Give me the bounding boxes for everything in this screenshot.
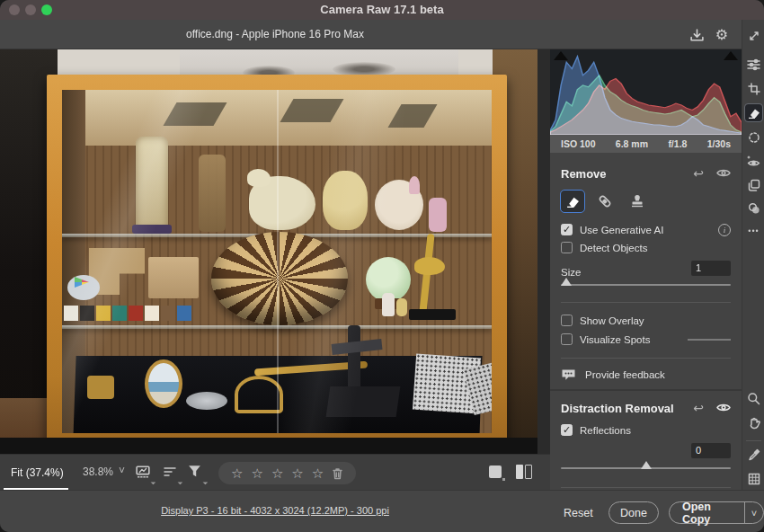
exif-bar: ISO 100 6.8 mm f/1.8 1/30s <box>550 135 742 153</box>
star-icon[interactable]: ☆ <box>312 466 324 480</box>
open-copy-button[interactable]: Open Copy ˅ <box>669 501 764 524</box>
show-overlay-row[interactable]: ✓ Show Overlay <box>561 315 731 326</box>
color-sampler-icon[interactable] <box>745 446 762 463</box>
tool-strip: ••• <box>742 20 764 490</box>
section-divider <box>550 389 742 391</box>
panel-body: Remove ↩ ✓ <box>550 153 742 490</box>
heal-tool-button[interactable] <box>593 191 617 212</box>
expand-icon[interactable] <box>745 27 762 44</box>
reset-button[interactable]: Reset <box>556 503 600 523</box>
visualize-spots-checkbox[interactable]: ✓ <box>561 333 573 345</box>
size-label: Size <box>561 267 581 278</box>
snapshots-icon[interactable] <box>745 200 762 217</box>
remove-feedback-label: Provide feedback <box>585 369 665 380</box>
single-view-icon[interactable] <box>489 466 502 478</box>
show-overlay-checkbox[interactable]: ✓ <box>561 315 573 326</box>
preview-eye-icon[interactable] <box>716 400 731 416</box>
detect-objects-checkbox[interactable]: ✓ <box>561 242 573 253</box>
crop-icon[interactable] <box>745 80 762 97</box>
rating-pill: ☆☆☆☆☆ <box>218 462 356 484</box>
star-rating: ☆☆☆☆☆ <box>231 466 324 480</box>
star-icon[interactable]: ☆ <box>251 466 262 480</box>
remove-feedback-button[interactable]: Provide feedback <box>561 368 731 381</box>
edit-panel: ISO 100 6.8 mm f/1.8 1/30s Remove ↩ <box>550 49 742 490</box>
size-row: Size 1 <box>561 263 731 279</box>
shutter-value: 1/30s <box>707 138 731 149</box>
fit-zoom-tab[interactable]: Fit (37.4%) <box>4 455 71 490</box>
trash-icon[interactable] <box>332 467 343 480</box>
before-after-icon[interactable] <box>516 465 532 479</box>
info-icon[interactable]: i <box>718 224 731 236</box>
detect-objects-row[interactable]: ✓ Detect Objects <box>561 242 731 253</box>
gear-icon[interactable]: ⚙ <box>713 26 731 44</box>
toolstrip-divider <box>746 440 761 441</box>
cabinet-interior <box>62 90 492 433</box>
filter-icon[interactable] <box>187 464 205 482</box>
hand-tool-icon[interactable] <box>745 415 762 432</box>
divider <box>561 358 731 359</box>
reflections-slider-thumb[interactable] <box>641 461 652 469</box>
more-options-icon[interactable]: ••• <box>745 222 762 239</box>
undo-icon[interactable]: ↩ <box>693 168 704 179</box>
open-copy-label: Open Copy <box>670 501 744 526</box>
camera-raw-window: Camera Raw 17.1 beta office.dng - Apple … <box>0 0 764 532</box>
use-generative-ai-label: Use Generative AI <box>580 225 663 235</box>
done-button[interactable]: Done <box>609 501 659 524</box>
size-slider-thumb[interactable] <box>561 278 572 286</box>
visualize-spots-slider[interactable] <box>688 339 731 341</box>
presets-icon[interactable] <box>745 176 762 193</box>
use-generative-ai-checkbox[interactable]: ✓ <box>561 224 573 235</box>
red-eye-icon[interactable] <box>745 153 762 170</box>
size-slider-track[interactable] <box>561 284 731 286</box>
photo-preview[interactable] <box>0 49 537 454</box>
film-bar: Fit (37.4%) 38.8% ˅ ☆☆☆☆☆ <box>0 454 550 490</box>
use-generative-ai-row[interactable]: ✓ Use Generative AI i <box>561 224 731 235</box>
star-icon[interactable]: ☆ <box>271 466 283 480</box>
zoom-level[interactable]: 38.8% <box>83 466 113 478</box>
remove-header: Remove ↩ <box>561 165 731 182</box>
reflections-slider <box>561 462 731 473</box>
undo-icon[interactable]: ↩ <box>693 403 704 413</box>
remove-title: Remove <box>561 167 607 181</box>
shadow-clipping-toggle[interactable] <box>554 51 568 60</box>
clone-stamp-tool-button[interactable] <box>626 191 649 212</box>
grid-icon[interactable] <box>745 470 762 487</box>
size-value-input[interactable]: 1 <box>691 261 731 276</box>
reflections-value-input[interactable]: 0 <box>691 443 731 458</box>
zoom-chevron-icon[interactable]: ˅ <box>119 465 125 477</box>
masking-icon[interactable] <box>745 129 762 146</box>
edit-sliders-icon[interactable] <box>745 56 762 73</box>
bottom-bar: Display P3 - 16 bit - 4032 x 3024 (12.2M… <box>0 490 764 532</box>
distraction-header: Distraction Removal ↩ <box>561 400 731 416</box>
star-icon[interactable]: ☆ <box>231 466 243 480</box>
distraction-title: Distraction Removal <box>561 402 674 415</box>
eraser-tool-button[interactable] <box>561 191 584 212</box>
divider <box>561 302 731 303</box>
size-slider <box>561 279 731 289</box>
aperture-value: f/1.8 <box>668 138 687 149</box>
glass-reflection-2 <box>170 90 492 433</box>
panel-gap <box>537 49 550 454</box>
zoom-tool-icon[interactable] <box>745 390 762 407</box>
photo-bottom-shadow <box>0 438 537 454</box>
reflections-row[interactable]: ✓ Reflections <box>561 424 731 436</box>
open-copy-chevron-icon[interactable]: ˅ <box>744 501 763 524</box>
detect-objects-label: Detect Objects <box>580 243 647 253</box>
reflections-checkbox[interactable]: ✓ <box>561 424 573 436</box>
star-icon[interactable]: ☆ <box>291 466 303 480</box>
histogram[interactable] <box>550 49 742 135</box>
remove-eraser-icon[interactable] <box>745 104 762 121</box>
filmstrip-view-icon[interactable] <box>135 464 153 482</box>
visualize-spots-row[interactable]: ✓ Visualize Spots <box>561 333 731 345</box>
sort-order-icon[interactable] <box>162 464 180 482</box>
show-overlay-label: Show Overlay <box>580 315 644 326</box>
photo-display-cabinet <box>47 75 507 452</box>
reflections-label: Reflections <box>580 425 631 436</box>
highlight-clipping-toggle[interactable] <box>724 51 738 60</box>
remove-tools <box>561 191 731 212</box>
export-icon[interactable] <box>688 26 706 44</box>
window-title: Camera Raw 17.1 beta <box>0 3 764 16</box>
preview-eye-icon[interactable] <box>716 165 731 182</box>
file-title: office.dng - Apple iPhone 16 Pro Max <box>0 28 550 40</box>
display-info-link[interactable]: Display P3 - 16 bit - 4032 x 3024 (12.2M… <box>0 505 550 516</box>
